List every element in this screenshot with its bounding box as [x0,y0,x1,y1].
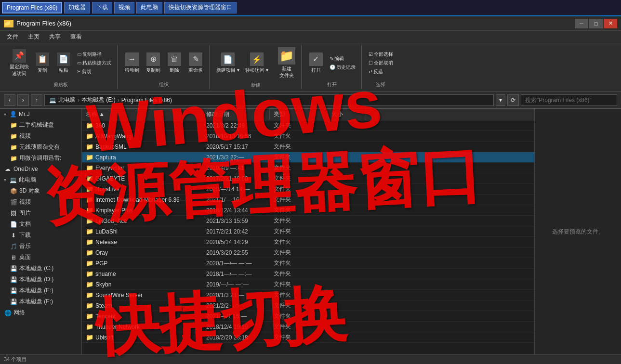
taskbar-btn-quick-switch[interactable]: 快捷切换资源管理器窗口 [164,2,237,13]
table-row[interactable]: 📁shuame2018/1—/— —:—文件夹 [82,269,534,279]
address-path[interactable]: 💻 此电脑 › 本地磁盘 (E:) › Program Files (x86) [44,94,494,106]
file-type-6: 文件夹 [272,185,330,193]
sidebar-item-desktop[interactable]: 🖥桌面 [0,252,81,263]
file-name-14: 📁shuame [84,270,204,277]
paste-shortcut-button[interactable]: ▭ 粘贴快捷方式 [75,59,113,67]
table-row[interactable]: 📁Captura2021/3/3 22:—文件夹 [82,152,534,163]
sidebar-item-local-c[interactable]: 💾本地磁盘 (C:) [0,263,81,274]
open-button[interactable]: ✓ 打开 [306,52,326,75]
col-header-size[interactable]: 大小 [328,109,366,120]
up-button[interactable]: ↑ [31,94,42,106]
new-folder-button[interactable]: 📁 新建文件夹 [276,46,297,80]
select-all-button[interactable]: ☑ 全部选择 [367,51,395,58]
col-header-date[interactable]: 修改日期 [202,109,270,120]
table-row[interactable]: 📁Everywriter2019/4/9 —:41文件夹 [82,163,534,173]
move-to-button[interactable]: → 移动到 [122,52,142,75]
sidebar-item-local-d[interactable]: 💾本地磁盘 (D:) [0,274,81,285]
table-row[interactable]: 📁Kmplayer Plus2018/12/4 13:44文件夹 [82,205,534,216]
search-input[interactable] [521,94,617,106]
table-row[interactable]: 📁Internet Download Manager 6.36—2021/1/—… [82,195,534,205]
taskbar-btn-download[interactable]: 下载 [92,2,112,13]
sidebar-item-pictures[interactable]: 🖼图片 [0,208,81,219]
maximize-button[interactable]: □ [589,19,603,28]
table-row[interactable]: 📁GIGABYTE2017/2/21 19:50文件夹 [82,173,534,184]
table-row[interactable]: 📁BackupSML2020/5/17 15:17文件夹 [82,142,534,152]
sidebar-item-documents[interactable]: 📄文档 [0,219,81,230]
file-date-0: 2021/3/2 22:49 [204,122,272,129]
sidebar-item-onedrive[interactable]: ☁OneDrive [0,164,81,174]
taskbar-btn-accelerator[interactable]: 加速器 [64,2,90,13]
path-program-files[interactable]: Program Files (x86) [121,97,172,104]
history-button[interactable]: 🕐 历史记录 [328,64,357,71]
col-header-type[interactable]: 类型 [270,109,328,120]
file-name-2: 📁BackupSML [84,143,204,150]
sidebar-item-music[interactable]: 🎵音乐 [0,241,81,252]
back-button[interactable]: ‹ [4,94,15,106]
table-row[interactable]: 📁Steam2021/2/2 —:—文件夹 [82,300,534,311]
forward-button[interactable]: › [17,94,29,106]
clipboard-group-title: 剪贴板 [8,79,113,88]
sidebar-item-mr-j[interactable]: ▾👤Mr.J [0,109,81,119]
edit-button[interactable]: ✎ 编辑 [328,55,357,63]
copy-button[interactable]: 📋 复制 [33,52,52,75]
sidebar-item-wechat-express[interactable]: 📁用微信调用迅雷: [0,153,81,164]
sidebar-item-local-f[interactable]: 💾本地磁盘 (F:) [0,296,81,307]
easy-access-button[interactable]: ⚡ 轻松访问 ▾ [243,52,270,75]
paste-button[interactable]: 📄 粘贴 [54,52,73,75]
table-row[interactable]: 📁Thunder Network2018/12/4 19:19文件夹 [82,322,534,332]
cut-button[interactable]: ✂ 剪切 [75,68,113,76]
ribbon-group-organize: → 移动到 ⊕ 复制到 🗑 删除 ✎ 重命名 组织 [119,45,210,89]
table-row[interactable]: 📁Ubisoft2018/2/20 23:18文件夹 [82,332,534,343]
sidebar-item-second-hand-keyboard[interactable]: 📁二手机械键盘 [0,119,81,130]
delete-button[interactable]: 🗑 删除 [165,52,184,75]
menu-item-共享[interactable]: 共享 [44,32,66,42]
folder-icon: 📁 [86,323,93,330]
close-button[interactable]: ✕ [604,19,617,28]
pin-quick-access-button[interactable]: 📌 固定到快速访问 [8,48,31,78]
table-row[interactable]: 📁Oray2019/3/20 22:55文件夹 [82,247,534,258]
sidebar-item-video-pc[interactable]: 🎬视频 [0,196,81,208]
path-local-e[interactable]: 本地磁盘 (E:) [81,96,116,104]
table-row[interactable]: 📁HuyaLive2020/—/14 14:—文件夹 [82,184,534,195]
copy-to-button[interactable]: ⊕ 复制到 [144,52,163,75]
folder-icon: 📁 [86,312,93,320]
menu-item-主页[interactable]: 主页 [23,32,44,42]
table-row[interactable]: 📁Tencent2021/—/1 15:—文件夹 [82,311,534,322]
menu-item-文件[interactable]: 文件 [2,32,23,42]
address-dropdown-button[interactable]: ▾ [496,94,505,106]
table-row[interactable]: 📁LuDaShi2017/2/21 20:42文件夹 [82,226,534,237]
col-header-name[interactable]: 名称 ▲ [82,109,202,120]
table-row[interactable]: 📁AliWangWang2018/10/13 18:56文件夹 [82,131,534,142]
table-row[interactable]: 📁Skybn2019/—/— —:—文件夹 [82,279,534,290]
table-row[interactable]: 📁SoundWire Server2020/1/3 21:—文件夹 [82,290,534,300]
file-name-19: 📁Thunder Network [84,323,204,330]
taskbar-btn-program-files-x86[interactable]: Program Files (x86) [2,2,62,13]
taskbar-btn-video[interactable]: 视频 [114,2,134,13]
table-row[interactable]: 📁3602021/3/2 22:49文件夹 [82,120,534,131]
sidebar-item-downloads[interactable]: ⬇下载 [0,230,81,241]
invert-button[interactable]: ⇄ 反选 [367,68,395,76]
table-row[interactable]: 📁PGP2020/1—/— —:—文件夹 [82,258,534,269]
menu-item-查看[interactable]: 查看 [66,32,87,42]
taskbar-btn-this-pc[interactable]: 此电脑 [136,2,162,13]
table-row[interactable]: 📁Netease2020/5/14 14:29文件夹 [82,237,534,247]
copy-path-button[interactable]: ▭ 复制路径 [75,51,113,58]
sidebar-item-local-e[interactable]: 💾本地磁盘 (E:) [0,285,81,296]
rename-button[interactable]: ✎ 重命名 [186,52,205,75]
sidebar-item-3d-objects[interactable]: 📦3D 对象 [0,185,81,196]
refresh-button[interactable]: ⟳ [507,94,519,106]
file-type-8: 文件夹 [272,206,330,214]
file-type-1: 文件夹 [272,132,330,140]
deselect-all-button[interactable]: ☐ 全部取消 [367,59,395,67]
sidebar-item-this-pc[interactable]: ▾💻此电脑 [0,174,81,185]
sidebar-item-wireless-speaker[interactable]: 📁无线薄膜杂交有 [0,142,81,153]
minimize-button[interactable]: ─ [575,19,588,28]
sidebar-item-video-sidebar[interactable]: 📁视频 [0,130,81,142]
sidebar-item-network[interactable]: 🌐网络 [0,307,81,318]
path-this-pc[interactable]: 此电脑 [58,96,76,104]
window-titlebar: 📁 Program Files (x86) ─ □ ✕ [0,15,621,31]
new-item-button[interactable]: 📄 新建项目 ▾ [214,52,241,75]
music-icon: 🎵 [10,243,17,250]
wechat-express-icon: 📁 [10,155,17,162]
table-row[interactable]: 📁LeiGod_Acc2021/3/13 15:59文件夹 [82,216,534,226]
